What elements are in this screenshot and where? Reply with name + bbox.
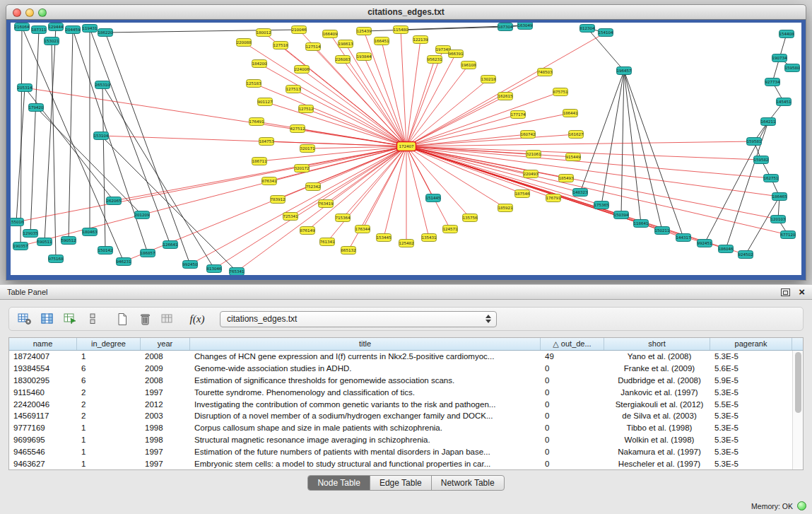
zoom-window-button[interactable] (38, 8, 47, 17)
table-cell: 0 (541, 446, 604, 458)
table-cell: 1 (77, 422, 141, 434)
import-table-icon[interactable] (158, 310, 177, 328)
table-cell: Estimation of significance thresholds fo… (190, 375, 541, 387)
column-header-pagerank[interactable]: pagerank (710, 338, 792, 350)
column-header-title[interactable]: title (190, 338, 541, 350)
svg-text:150394: 150394 (614, 213, 629, 217)
svg-text:118641: 118641 (634, 221, 649, 226)
row-height-icon[interactable] (83, 310, 102, 328)
svg-text:765341: 765341 (230, 269, 245, 274)
svg-text:127513: 127513 (286, 87, 301, 91)
table-row[interactable]: 1938455462009Genome-wide association stu… (9, 363, 792, 375)
delete-table-icon[interactable] (135, 310, 155, 328)
table-row[interactable]: 1830029562008Estimation of significance … (9, 375, 792, 387)
scrollbar-thumb[interactable] (795, 352, 801, 413)
function-builder-icon[interactable]: f(x) (187, 310, 207, 328)
svg-text:115480: 115480 (394, 28, 408, 32)
table-row[interactable]: 1872400712008Changes of HCN gene express… (9, 351, 792, 363)
citation-network-graph[interactable]: 2160641873111294442044591194311530211862… (11, 23, 801, 275)
svg-text:176344: 176344 (355, 227, 370, 231)
svg-text:956231: 956231 (428, 57, 442, 62)
table-row[interactable]: 977716911998Corpus callosum shape and si… (9, 422, 792, 434)
svg-text:127518: 127518 (273, 43, 288, 47)
table-cell: Tourette syndrome. Phenomenology and cla… (190, 387, 541, 399)
table-cell: 2008 (141, 351, 190, 363)
column-header-short[interactable]: short (604, 338, 710, 350)
table-cell: Changes of HCN gene expression and I(f) … (190, 351, 541, 363)
svg-text:164211: 164211 (761, 119, 776, 124)
column-header-in_degree[interactable]: in_degree (77, 338, 141, 350)
svg-text:966391: 966391 (449, 52, 464, 56)
svg-text:193844: 193844 (357, 54, 372, 59)
svg-text:135431: 135431 (422, 235, 437, 240)
table-row[interactable]: 1456911722003Disruption of a novel membe… (9, 410, 792, 422)
svg-text:127512: 127512 (299, 107, 314, 111)
tab-edge-table[interactable]: Edge Table (370, 476, 431, 490)
svg-text:162751: 162751 (764, 176, 779, 180)
table-panel-title: Table Panel (7, 288, 48, 296)
vertical-scrollbar[interactable] (792, 351, 803, 469)
new-file-icon[interactable] (112, 310, 132, 328)
table-header-row: namein_degreeyeartitle△ out_de...shortpa… (9, 338, 803, 351)
svg-text:752342: 752342 (306, 185, 321, 189)
tab-network-table[interactable]: Network Table (431, 476, 504, 490)
table-row[interactable]: 969969511998Structural magnetic resonanc… (9, 434, 792, 446)
svg-text:129035: 129035 (23, 231, 38, 235)
network-canvas[interactable]: 2160641873111294442044591194311530211862… (11, 23, 801, 275)
table-cell: 0 (541, 410, 604, 422)
table-cell: 5.3E-5 (710, 434, 792, 446)
table-cell: Structural magnetic resonance image aver… (190, 434, 541, 446)
window-titlebar[interactable]: citations_edges.txt (6, 4, 806, 20)
tab-node-table[interactable]: Node Table (308, 476, 370, 490)
table-cell: 2012 (141, 399, 190, 411)
svg-text:125482: 125482 (399, 241, 414, 245)
svg-text:177174: 177174 (511, 112, 526, 117)
svg-text:159580: 159580 (785, 66, 800, 70)
table-row[interactable]: 911546021997Tourette syndrome. Phenomeno… (9, 387, 792, 399)
svg-text:166409: 166409 (323, 32, 338, 36)
close-panel-icon[interactable]: × (799, 288, 805, 296)
minimize-window-button[interactable] (25, 8, 34, 17)
table-selector-combobox[interactable]: citations_edges.txt (220, 311, 497, 327)
svg-text:129444: 129444 (49, 25, 64, 29)
table-cell: 9777169 (9, 422, 77, 434)
close-window-button[interactable] (13, 8, 21, 17)
table-row[interactable]: 2242004622012Investigating the contribut… (9, 399, 792, 411)
table-row[interactable]: 946554611997Estimation of the future num… (9, 446, 792, 458)
column-header-year[interactable]: year (141, 338, 190, 350)
svg-text:162615: 162615 (498, 94, 513, 98)
float-panel-icon[interactable] (781, 288, 790, 296)
table-tabs-row: Node TableEdge TableNetwork Table (0, 475, 812, 491)
select-table-mode-icon[interactable] (60, 310, 80, 328)
table-settings-icon[interactable] (15, 310, 35, 328)
svg-text:154408: 154408 (779, 32, 794, 36)
table-cell: 1998 (141, 422, 190, 434)
table-cell: Jankovic et al. (1997) (604, 387, 710, 399)
column-header-name[interactable]: name (9, 338, 77, 350)
node-table: namein_degreeyeartitle△ out_de...shortpa… (8, 337, 804, 470)
svg-text:186441: 186441 (563, 111, 578, 115)
svg-text:748503: 748503 (538, 70, 553, 74)
table-cell: Dudbridge et al. (2008) (604, 375, 710, 387)
svg-text:187304: 187304 (498, 25, 513, 29)
table-row[interactable]: 946362711997Embryonic stem cells: a mode… (9, 458, 792, 469)
table-cell: Tibbo et al. (1998) (604, 422, 710, 434)
svg-text:715364: 715364 (336, 216, 351, 220)
svg-text:220493: 220493 (524, 172, 539, 176)
svg-text:875751: 875751 (553, 90, 568, 94)
svg-text:590512: 590512 (61, 238, 76, 243)
svg-text:590511: 590511 (37, 240, 52, 244)
table-cell: 1 (77, 434, 141, 446)
show-columns-icon[interactable] (37, 310, 57, 328)
svg-text:226083: 226083 (336, 57, 351, 62)
svg-text:677120: 677120 (781, 233, 796, 237)
svg-text:865132: 865132 (341, 248, 356, 252)
svg-text:172407: 172407 (399, 144, 414, 148)
column-header-out_de[interactable]: △ out_de... (541, 338, 604, 350)
svg-text:265310: 265310 (95, 83, 110, 87)
table-cell: 6 (77, 363, 141, 375)
table-cell: 0 (541, 422, 604, 434)
svg-text:184753: 184753 (259, 139, 274, 144)
status-bar: Memory: OK (0, 498, 812, 514)
table-cell: 2 (77, 399, 141, 411)
